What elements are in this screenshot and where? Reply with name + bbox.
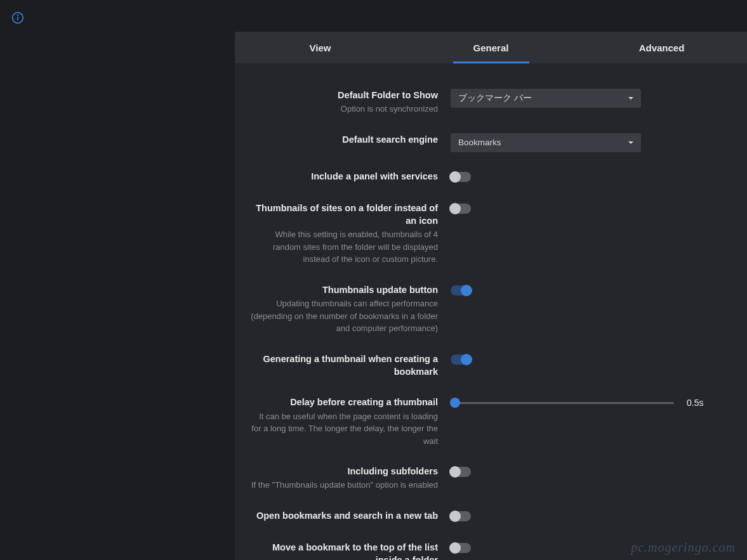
setting-delay: Delay before creating a thumbnail It can… <box>248 396 709 447</box>
tab-view[interactable]: View <box>235 32 406 63</box>
default-search-select[interactable]: Bookmarks <box>451 133 641 152</box>
include-subfolders-toggle[interactable] <box>451 467 471 477</box>
move-to-top-toggle[interactable] <box>451 543 471 553</box>
include-subfolders-label: Including subfolders <box>248 465 438 478</box>
delay-sub: It can be useful when the page content i… <box>248 410 438 448</box>
include-panel-label: Include a panel with services <box>248 170 438 183</box>
tab-advanced[interactable]: Advanced <box>576 32 747 63</box>
dropdown-caret-icon <box>628 141 633 144</box>
folder-thumbnails-sub: While this setting is enabled, thumbnail… <box>248 228 438 266</box>
setting-folder-thumbnails: Thumbnails of sites on a folder instead … <box>248 202 709 266</box>
default-folder-sub: Option is not synchronized <box>248 103 438 115</box>
tab-view-label: View <box>310 42 331 53</box>
default-folder-label: Default Folder to Show <box>248 89 438 101</box>
svg-point-2 <box>18 15 18 15</box>
setting-move-to-top: Move a bookmark to the top of the list i… <box>248 541 709 560</box>
delay-label: Delay before creating a thumbnail <box>248 396 438 408</box>
default-folder-select[interactable]: ブックマーク バー <box>451 89 641 108</box>
folder-thumbnails-label: Thumbnails of sites on a folder instead … <box>248 202 438 228</box>
open-new-tab-label: Open bookmarks and search in a new tab <box>248 509 438 522</box>
setting-generate-on-create: Generating a thumbnail when creating a b… <box>248 353 709 379</box>
default-search-value: Bookmarks <box>458 138 501 147</box>
tab-advanced-label: Advanced <box>639 42 685 53</box>
settings-content: Default Folder to Show Option is not syn… <box>235 63 747 560</box>
setting-default-search: Default search engine Bookmarks <box>248 133 709 152</box>
delay-slider[interactable] <box>451 402 674 404</box>
tab-general[interactable]: General <box>406 32 576 63</box>
generate-on-create-toggle[interactable] <box>451 355 471 365</box>
setting-include-panel: Include a panel with services <box>248 170 709 184</box>
tab-bar: View General Advanced <box>235 32 747 63</box>
generate-on-create-label: Generating a thumbnail when creating a b… <box>248 353 438 379</box>
setting-include-subfolders: Including subfolders If the "Thumbnails … <box>248 465 709 492</box>
tab-general-label: General <box>473 42 509 53</box>
folder-thumbnails-toggle[interactable] <box>451 204 471 214</box>
setting-update-button: Thumbnails update button Updating thumbn… <box>248 283 709 335</box>
setting-open-new-tab: Open bookmarks and search in a new tab <box>248 509 709 523</box>
move-to-top-label: Move a bookmark to the top of the list i… <box>248 541 438 560</box>
include-subfolders-sub: If the "Thumbnails update button" option… <box>248 479 438 492</box>
delay-slider-wrap: 0.5s <box>451 398 709 408</box>
delay-value: 0.5s <box>687 398 709 408</box>
delay-slider-thumb[interactable] <box>450 398 460 408</box>
default-search-label: Default search engine <box>248 133 438 146</box>
info-icon[interactable] <box>11 11 24 24</box>
setting-default-folder: Default Folder to Show Option is not syn… <box>248 89 709 115</box>
default-folder-value: ブックマーク バー <box>458 93 532 104</box>
update-button-sub: Updating thumbnails can affect performan… <box>248 297 438 335</box>
dropdown-caret-icon <box>628 97 633 100</box>
update-button-label: Thumbnails update button <box>248 283 438 296</box>
open-new-tab-toggle[interactable] <box>451 511 471 521</box>
settings-panel: View General Advanced Default Folder to … <box>235 32 747 560</box>
include-panel-toggle[interactable] <box>451 172 471 182</box>
update-button-toggle[interactable] <box>451 285 471 296</box>
